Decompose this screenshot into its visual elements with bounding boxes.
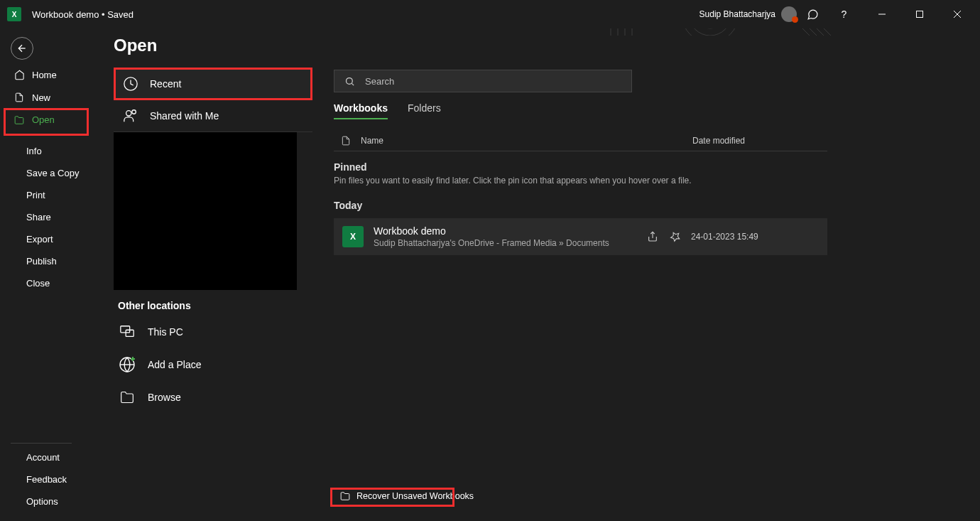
new-file-icon [13,92,25,103]
location-shared[interactable]: Shared with Me [114,100,312,132]
search-icon [344,76,355,87]
globe-plus-icon [118,355,136,374]
page-title: Open [114,36,312,55]
account-placeholder [114,132,297,290]
sidebar-feedback[interactable]: Feedback [11,468,89,490]
sidebar-publish[interactable]: Publish [11,250,89,272]
location-shared-label: Shared with Me [150,110,219,122]
svg-point-17 [132,110,136,114]
pinned-group-hint: Pin files you want to easily find later.… [334,176,827,186]
file-title: Workbook demo [374,225,637,237]
svg-rect-12 [916,11,922,18]
location-panel: Open Recent Shared with Me Other locatio… [114,36,312,521]
home-icon [13,70,25,80]
people-icon [122,107,139,124]
today-group-label: Today [334,200,827,211]
file-path: Sudip Bhattacharjya's OneDrive - Framed … [374,238,637,248]
sidebar-open[interactable]: Open [11,109,89,131]
location-recent-label: Recent [150,78,181,90]
svg-point-16 [126,111,131,116]
this-pc-icon [118,323,136,341]
sidebar-export[interactable]: Export [11,228,89,250]
sidebar-close[interactable]: Close [11,272,89,294]
sidebar-save-copy[interactable]: Save a Copy [11,162,89,184]
sidebar-new-label: New [32,92,50,103]
folder-open-icon [13,115,25,125]
svg-point-23 [347,77,353,84]
title-bar: X Workbook demo • Saved Sudip Bhattachar… [0,0,980,28]
location-recent[interactable]: Recent [114,68,312,100]
location-add-place-label: Add a Place [148,359,202,370]
file-row[interactable]: X Workbook demo Sudip Bhattacharjya's On… [334,218,827,255]
pinned-group-label: Pinned [334,161,827,173]
clock-icon [122,75,139,92]
folder-icon [339,491,351,501]
username-label: Sudip Bhattacharjya [699,9,775,19]
sidebar-divider-bottom [11,443,72,444]
sidebar-new[interactable]: New [11,86,89,109]
maximize-button[interactable] [903,4,935,25]
location-browse-label: Browse [148,392,181,403]
search-input[interactable]: Search [334,70,632,92]
location-add-place[interactable]: Add a Place [114,348,312,381]
file-date: 24-01-2023 15:49 [691,232,819,242]
sidebar-print[interactable]: Print [11,184,89,206]
sidebar-home-label: Home [32,70,57,80]
excel-file-icon: X [342,226,364,247]
close-button[interactable] [941,4,973,25]
recover-unsaved-label: Recover Unsaved Workbooks [356,491,474,501]
location-this-pc[interactable]: This PC [114,316,312,348]
location-this-pc-label: This PC [148,326,183,338]
sidebar-account[interactable]: Account [11,446,89,468]
sidebar-open-label: Open [32,114,55,125]
share-icon[interactable] [647,231,658,242]
file-table-header: Name Date modified [334,131,827,151]
sidebar-info[interactable]: Info [11,140,89,162]
pin-icon[interactable] [670,231,681,242]
folder-browse-icon [118,388,136,407]
name-column-label[interactable]: Name [361,136,383,146]
svg-line-24 [352,83,354,85]
date-column-label[interactable]: Date modified [692,136,820,146]
help-icon[interactable]: ? [828,4,860,25]
avatar[interactable] [781,6,797,22]
back-button[interactable] [11,37,33,60]
tab-folders[interactable]: Folders [408,102,441,119]
window-title: Workbook demo • Saved [32,9,134,20]
search-placeholder: Search [365,76,394,87]
minimize-button[interactable] [866,4,898,25]
recover-unsaved-button[interactable]: Recover Unsaved Workbooks [334,488,479,504]
tab-workbooks[interactable]: Workbooks [334,102,388,119]
sidebar-share[interactable]: Share [11,206,89,228]
file-type-tabs: Workbooks Folders [334,102,827,119]
file-list-panel: Search Workbooks Folders Name Date modif… [334,70,827,521]
sidebar-divider [13,135,75,136]
excel-app-icon: X [7,7,21,21]
svg-rect-18 [121,326,130,333]
backstage-sidebar: Home New Open Info Save a Copy Print Sha… [0,64,89,521]
file-icon-header [341,135,351,146]
location-browse[interactable]: Browse [114,381,312,414]
sidebar-home[interactable]: Home [11,64,89,86]
sidebar-options[interactable]: Options [11,490,89,512]
other-locations-heading: Other locations [118,300,312,311]
comment-icon[interactable] [802,4,822,24]
